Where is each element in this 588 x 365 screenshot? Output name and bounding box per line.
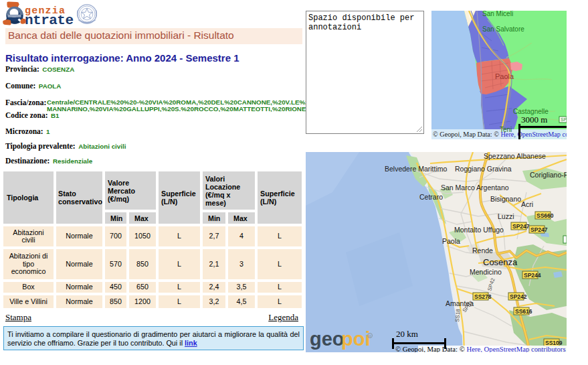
svg-text:Acri: Acri	[521, 200, 533, 208]
svg-text:Paola: Paola	[442, 237, 460, 245]
svg-text:Mendicino: Mendicino	[470, 268, 502, 276]
svg-text:Corigliano-Ros: Corigliano-Ros	[530, 171, 567, 179]
svg-text:Amantea: Amantea	[446, 299, 474, 307]
svg-text:20 km: 20 km	[396, 329, 418, 339]
svg-text:Montalto Uffugo: Montalto Uffugo	[454, 226, 504, 234]
svg-text:geo: geo	[310, 328, 345, 350]
svg-text:Roggiano Gravina: Roggiano Gravina	[455, 165, 512, 173]
svg-text:Cosenza: Cosenza	[483, 257, 518, 267]
svg-text:Luzzi: Luzzi	[498, 212, 514, 220]
svg-text:SS616: SS616	[515, 308, 532, 315]
svg-text:3000 m: 3000 m	[521, 115, 547, 125]
svg-text:SP244: SP244	[524, 272, 541, 279]
svg-text:SS660: SS660	[536, 212, 554, 219]
svg-text:poi: poi	[341, 328, 371, 350]
svg-text:Cetraro: Cetraro	[419, 193, 443, 201]
svg-text:Belvedere Marittimo: Belvedere Marittimo	[385, 165, 448, 173]
svg-text:San Marco Argentano: San Marco Argentano	[441, 184, 509, 192]
svg-text:Rende: Rende	[472, 246, 493, 254]
svg-text:R: R	[369, 334, 372, 338]
svg-text:Paola: Paola	[495, 72, 514, 80]
svg-text:San Miceli: San Miceli	[482, 11, 513, 17]
svg-text:ntrate: ntrate	[25, 13, 74, 28]
svg-text:SP: SP	[561, 117, 567, 122]
svg-text:© Geopoi, Map Data: © Here, Op: © Geopoi, Map Data: © Here, OpenStreetMa…	[395, 345, 566, 352]
svg-text:SP247: SP247	[512, 223, 530, 230]
svg-text:SP242: SP242	[510, 293, 527, 300]
svg-text:SS18: SS18	[454, 308, 462, 322]
svg-text:Teni: Teni	[500, 126, 512, 133]
svg-text:SS278: SS278	[474, 293, 492, 300]
svg-text:San Salvatore: San Salvatore	[482, 25, 524, 33]
svg-text:SP247: SP247	[530, 226, 548, 233]
svg-text:Bisignano: Bisignano	[490, 195, 521, 203]
svg-text:Spezzano Albanese: Spezzano Albanese	[484, 152, 546, 160]
